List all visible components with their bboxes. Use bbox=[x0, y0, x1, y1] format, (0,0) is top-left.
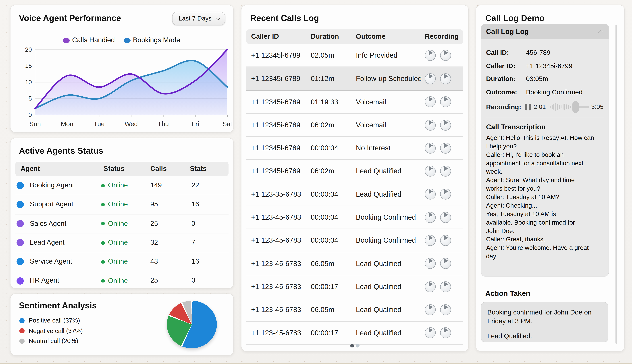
play-recording-button[interactable] bbox=[440, 96, 451, 107]
pause-icon[interactable] bbox=[525, 103, 531, 110]
legend-marker-icon bbox=[124, 38, 131, 43]
call-log-row[interactable]: +1 12345i-678901:12mFollow-up Scheduled bbox=[246, 67, 463, 90]
field-label: Outcome: bbox=[486, 88, 526, 96]
call-outcome: Follow-up Scheduled bbox=[356, 68, 422, 90]
agent-row: Service AgentOnline4316 bbox=[15, 252, 229, 272]
demo-title: Call Log Demo bbox=[476, 5, 624, 23]
waveform-bar bbox=[555, 103, 556, 111]
call-log-row[interactable]: +1 123-35-678300:00:04Lead Qualified bbox=[246, 183, 463, 206]
play-recording-button[interactable] bbox=[425, 212, 436, 223]
play-recording-button[interactable] bbox=[440, 143, 451, 154]
caller-id: +1 12345l-6789 bbox=[251, 160, 300, 182]
call-outcome: Booking Confirmed bbox=[356, 229, 416, 252]
play-recording-button[interactable] bbox=[440, 235, 451, 246]
play-icon bbox=[444, 235, 448, 240]
play-icon bbox=[444, 328, 448, 332]
play-recording-button[interactable] bbox=[440, 304, 451, 315]
caller-id: +1 123-45-6783 bbox=[251, 322, 301, 344]
date-range-value: Last 7 Days bbox=[179, 15, 212, 22]
call-duration: 01:19:33 bbox=[311, 90, 338, 113]
svg-text:Tue: Tue bbox=[94, 120, 105, 128]
slider-track[interactable] bbox=[579, 106, 589, 108]
agent-name: HR Agent bbox=[30, 272, 59, 290]
play-icon bbox=[444, 166, 448, 171]
slider-thumb[interactable] bbox=[572, 101, 579, 113]
agent-status: Online bbox=[101, 195, 128, 214]
agent-stats-count: 0 bbox=[192, 272, 195, 290]
agent-calls-count: 25 bbox=[150, 214, 158, 233]
call-log-row[interactable]: +1 12345l-678900:00:04No Interest bbox=[246, 137, 463, 160]
legend-dot-icon bbox=[19, 328, 25, 333]
waveform-slider[interactable] bbox=[550, 103, 571, 111]
status-label: Online bbox=[108, 258, 128, 266]
call-log-row[interactable]: +1 123-45-678300:00:04Booking Confirmed bbox=[246, 229, 463, 252]
play-recording-button[interactable] bbox=[425, 304, 436, 315]
play-recording-button[interactable] bbox=[440, 258, 451, 269]
legend-label: Neutral call (20%) bbox=[29, 337, 78, 344]
agent-status: Online bbox=[101, 233, 128, 252]
play-recording-button[interactable] bbox=[425, 50, 436, 61]
call-log-row[interactable]: +1 123-45-678306.05mLead Qualified bbox=[246, 298, 463, 322]
agent-avatar-dot bbox=[17, 239, 24, 246]
play-icon bbox=[444, 143, 448, 148]
play-recording-button[interactable] bbox=[425, 189, 436, 200]
play-recording-button[interactable] bbox=[440, 50, 451, 61]
voice-agent-performance-card: Voice Agent Performance Last 7 Days Call… bbox=[10, 5, 234, 132]
agent-name: Lead Agent bbox=[30, 233, 65, 252]
play-recording-button[interactable] bbox=[440, 120, 451, 130]
call-log-row[interactable]: +1 123-45-678300:00:17Lead Qualified bbox=[246, 322, 463, 344]
play-recording-button[interactable] bbox=[425, 143, 436, 154]
pagination-dot[interactable] bbox=[356, 344, 360, 348]
play-recording-button[interactable] bbox=[425, 258, 436, 269]
caller-id: +1 12345l-6789 bbox=[251, 44, 300, 66]
agent-name: Support Agent bbox=[30, 195, 73, 214]
call-log-row[interactable]: +1 12345l-678902.05mInfo Provided bbox=[246, 44, 463, 67]
play-recording-button[interactable] bbox=[440, 212, 451, 223]
call-outcome: Info Provided bbox=[356, 44, 397, 66]
call-log-fields: Call ID:456-789Caller ID:+1 12345i-6799D… bbox=[481, 39, 608, 96]
call-log-row[interactable]: +1 12345l-678906:02mLead Qualified bbox=[246, 160, 463, 183]
call-log-row[interactable]: +1 12345i-678906:02mVoicemail bbox=[246, 114, 463, 137]
play-recording-button[interactable] bbox=[425, 120, 436, 130]
agent-name: Service Agent bbox=[30, 252, 72, 271]
play-recording-button[interactable] bbox=[425, 281, 436, 292]
call-log-row[interactable]: +1 123-45-678300:00:17Lead Qualified bbox=[246, 275, 463, 298]
agent-calls-count: 149 bbox=[150, 176, 162, 195]
play-recording-button[interactable] bbox=[425, 235, 436, 246]
call-duration: 00:00:04 bbox=[311, 183, 338, 206]
call-log-row[interactable]: +1 123-45-678306.05mLead Qualified bbox=[246, 252, 463, 275]
play-recording-button[interactable] bbox=[440, 166, 451, 176]
column-header-agent: Agent bbox=[21, 165, 40, 173]
call-log-log-header[interactable]: Call Log Log bbox=[481, 24, 608, 39]
scrollbar[interactable] bbox=[615, 24, 617, 344]
field-value: 03:05m bbox=[526, 75, 548, 83]
active-agents-card: Active Agents Status Agent Status Calls … bbox=[10, 138, 234, 288]
play-recording-button[interactable] bbox=[440, 281, 451, 292]
play-recording-button[interactable] bbox=[425, 166, 436, 176]
play-recording-button[interactable] bbox=[425, 96, 436, 107]
date-range-dropdown[interactable]: Last 7 Days bbox=[172, 12, 225, 26]
calls-table-header: Caller ID Duration Outcome Recording bbox=[246, 30, 463, 44]
action-line: Booking confirmed for John Doe on Friday… bbox=[487, 308, 602, 325]
waveform-bar bbox=[559, 104, 560, 109]
call-outcome: Voicemail bbox=[356, 114, 386, 136]
recording-total-time: 3:05 bbox=[591, 103, 603, 110]
agent-calls-count: 32 bbox=[150, 233, 158, 252]
call-duration: 01:12m bbox=[311, 68, 334, 90]
column-header-duration: Duration bbox=[311, 33, 339, 41]
pagination-dot[interactable] bbox=[350, 344, 354, 348]
call-log-row[interactable]: +1 12345i-678901:19:33Voicemail bbox=[246, 90, 463, 114]
play-recording-button[interactable] bbox=[440, 328, 451, 338]
field-label: Caller ID: bbox=[486, 62, 526, 70]
play-recording-button[interactable] bbox=[440, 73, 451, 84]
call-duration: 00:00:04 bbox=[311, 137, 338, 159]
legend-marker-icon bbox=[63, 38, 70, 43]
call-log-row[interactable]: +1 123-45-678300:00:04Booking Confirmed bbox=[246, 206, 463, 229]
waveform-bar bbox=[570, 106, 571, 108]
play-recording-button[interactable] bbox=[440, 189, 451, 200]
play-recording-button[interactable] bbox=[425, 328, 436, 338]
play-icon bbox=[444, 120, 448, 125]
agent-avatar-dot bbox=[17, 258, 24, 265]
play-recording-button[interactable] bbox=[425, 73, 436, 84]
play-icon bbox=[429, 189, 433, 194]
